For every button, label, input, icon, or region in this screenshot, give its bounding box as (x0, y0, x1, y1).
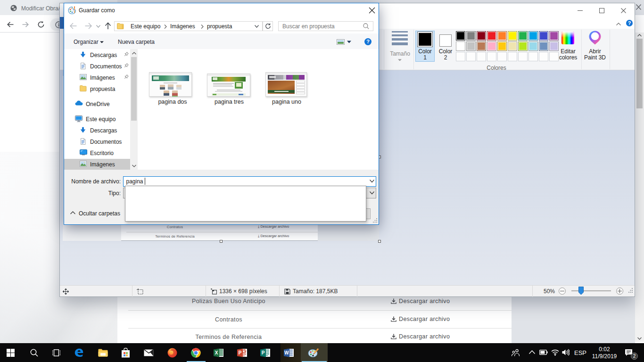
svg-text:X: X (215, 350, 218, 355)
svg-text:W: W (284, 350, 289, 355)
svg-text:P: P (239, 350, 242, 355)
svg-text:P: P (262, 350, 265, 355)
